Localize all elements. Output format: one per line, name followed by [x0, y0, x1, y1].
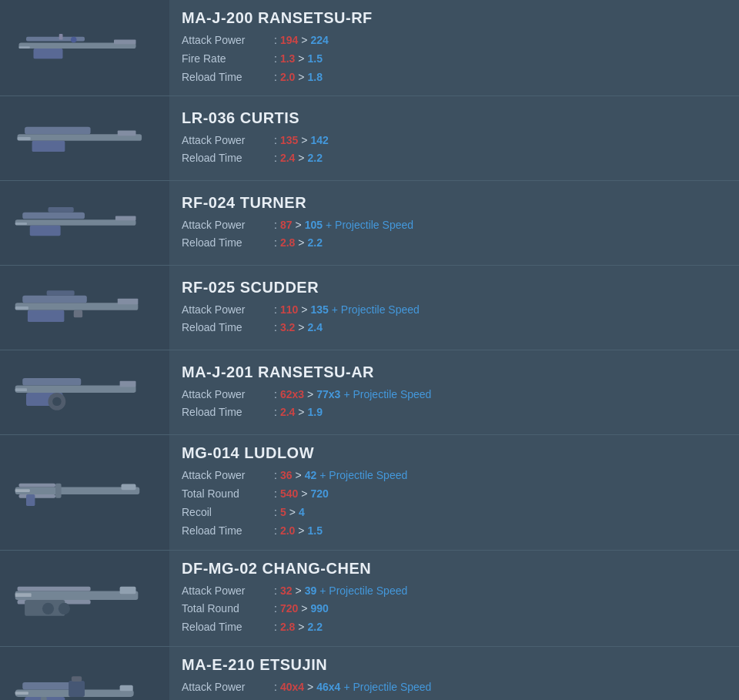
stat-colon: :: [274, 467, 277, 485]
stat-arrow: >: [301, 600, 307, 618]
stat-label: Total Round: [182, 485, 274, 504]
stat-row: Total Round: 720 > 990: [182, 600, 727, 618]
stat-new-value: 4: [299, 504, 305, 522]
weapon-row: MA-J-201 RANSETSU-ARAttack Power: 62x3 >…: [0, 350, 739, 435]
stat-arrow: >: [295, 467, 301, 485]
stat-label: Reload Time: [182, 522, 274, 541]
stat-bonus: + Projectile Speed: [332, 301, 420, 320]
stat-row: Attack Power: 110 > 135+ Projectile Spee…: [182, 301, 727, 320]
stat-colon: :: [274, 132, 277, 150]
stat-new-value: 105: [305, 216, 323, 235]
stat-new-value: 1.9: [308, 404, 323, 422]
stat-new-value: 46x4: [316, 678, 340, 697]
stat-label: Attack Power: [182, 216, 274, 235]
weapons-list: MA-J-200 RANSETSU-RFAttack Power: 194 > …: [0, 0, 739, 700]
weapon-image-rf-025: [0, 266, 169, 350]
stat-label: Total Round: [182, 600, 274, 618]
stat-colon: :: [274, 697, 277, 700]
weapon-info-rf-024: RF-024 TURNERAttack Power: 87 > 105+ Pro…: [169, 181, 739, 265]
weapon-image-ma-j-200: [0, 0, 169, 95]
stat-old-value: 87: [280, 216, 293, 235]
stat-label: Attack Power: [182, 678, 274, 697]
stat-row: Fire Rate: 1.3 > 1.5: [182, 50, 727, 69]
stat-label: Attack Power: [182, 582, 274, 601]
stat-old-value: 3.2: [280, 319, 295, 337]
stat-arrow: >: [301, 132, 307, 150]
weapon-image-ma-e-210: [0, 647, 169, 700]
weapon-name: RF-025 SCUDDER: [182, 279, 727, 296]
weapon-row: MA-E-210 ETSUJINAttack Power: 40x4 > 46x…: [0, 647, 739, 700]
stat-arrow: >: [298, 149, 304, 168]
stat-label: Reload Time: [182, 404, 274, 422]
stat-old-value: 2.4: [280, 404, 295, 422]
weapon-row: DF-MG-02 CHANG-CHENAttack Power: 32 > 39…: [0, 551, 739, 647]
stat-colon: :: [274, 485, 277, 504]
stat-colon: :: [274, 404, 277, 422]
stat-arrow: >: [301, 301, 307, 320]
stat-arrow: >: [298, 404, 304, 422]
weapon-row: MG-014 LUDLOWAttack Power: 36 > 42+ Proj…: [0, 435, 739, 550]
stat-new-value: 2.2: [308, 149, 323, 168]
stat-row: Reload Time: 3.2 > 2.4: [182, 319, 727, 337]
stat-arrow: >: [298, 50, 304, 69]
stat-old-value: 2.8: [280, 234, 295, 253]
stat-colon: :: [274, 69, 277, 87]
stat-old-value: 2.4: [280, 149, 295, 168]
stat-row: Attack Power: 62x3 > 77x3+ Projectile Sp…: [182, 386, 727, 404]
stat-label: Reload Time: [182, 69, 274, 87]
stat-colon: :: [274, 522, 277, 541]
stat-new-value: 1.5: [308, 522, 323, 541]
stat-colon: :: [274, 234, 277, 253]
stat-old-value: 194: [280, 32, 298, 50]
stat-label: Reload Time: [182, 319, 274, 337]
weapon-row: LR-036 CURTISAttack Power: 135 > 142Relo…: [0, 96, 739, 181]
weapon-name: MA-E-210 ETSUJIN: [182, 656, 727, 674]
weapon-name: LR-036 CURTIS: [182, 109, 727, 127]
stat-bonus: + Projectile Speed: [343, 678, 431, 697]
stat-label: Attack Power: [182, 386, 274, 404]
stat-row: Reload Time: 2.8 > 2.2: [182, 234, 727, 253]
stat-new-value: 600: [310, 697, 328, 700]
stat-bonus: + Projectile Speed: [319, 467, 407, 485]
stat-new-value: 42: [305, 467, 317, 485]
stat-row: Reload Time: 2.8 > 2.2: [182, 618, 727, 637]
stat-label: Attack Power: [182, 301, 274, 320]
stat-old-value: 36: [280, 467, 293, 485]
stat-row: Reload Time: 2.0 > 1.8: [182, 69, 727, 87]
stat-new-value: 2.2: [308, 234, 323, 253]
stat-arrow: >: [301, 485, 307, 504]
weapon-info-ma-j-200: MA-J-200 RANSETSU-RFAttack Power: 194 > …: [169, 0, 739, 95]
stat-new-value: 77x3: [316, 386, 340, 404]
weapon-name: MA-J-201 RANSETSU-AR: [182, 363, 727, 381]
weapon-image-df-mg-02: [0, 551, 169, 646]
stat-arrow: >: [301, 697, 307, 700]
stat-colon: :: [274, 50, 277, 69]
stat-label: Reload Time: [182, 234, 274, 253]
stat-new-value: 720: [310, 485, 328, 504]
stat-bonus: + Projectile Speed: [319, 582, 407, 601]
stat-colon: :: [274, 32, 277, 50]
stat-row: Recoil: 5 > 4: [182, 504, 727, 522]
stat-old-value: 5: [280, 504, 286, 522]
stat-colon: :: [274, 216, 277, 235]
stat-arrow: >: [289, 504, 296, 522]
stat-row: Total Round: 480 > 600: [182, 697, 727, 700]
stat-row: Attack Power: 87 > 105+ Projectile Speed: [182, 216, 727, 235]
stat-label: Recoil: [182, 504, 274, 522]
stat-bonus: + Projectile Speed: [343, 386, 431, 404]
stat-label: Attack Power: [182, 32, 274, 50]
stat-row: Attack Power: 36 > 42+ Projectile Speed: [182, 467, 727, 485]
stat-colon: :: [274, 618, 277, 637]
stat-colon: :: [274, 504, 277, 522]
stat-colon: :: [274, 600, 277, 618]
stat-colon: :: [274, 301, 277, 320]
weapon-info-df-mg-02: DF-MG-02 CHANG-CHENAttack Power: 32 > 39…: [169, 551, 739, 646]
stat-old-value: 2.8: [280, 618, 295, 637]
weapon-row: MA-J-200 RANSETSU-RFAttack Power: 194 > …: [0, 0, 739, 96]
stat-row: Total Round: 540 > 720: [182, 485, 727, 504]
weapon-row: RF-024 TURNERAttack Power: 87 > 105+ Pro…: [0, 181, 739, 266]
weapon-image-rf-024: [0, 181, 169, 265]
stat-old-value: 2.0: [280, 522, 295, 541]
stat-colon: :: [274, 582, 277, 601]
stat-new-value: 2.2: [308, 618, 323, 637]
